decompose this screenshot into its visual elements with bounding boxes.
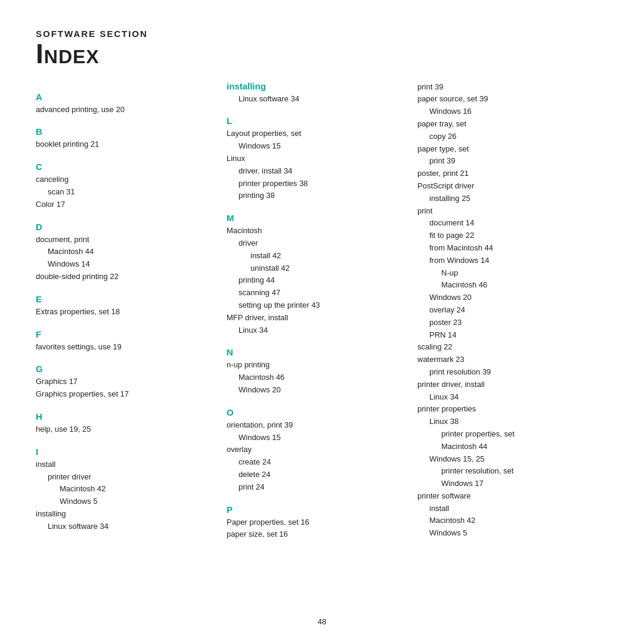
entry: overlay	[227, 444, 400, 456]
letter-f: F	[36, 329, 209, 339]
entry: Windows 5	[417, 527, 590, 540]
entry: document, print	[36, 234, 209, 246]
entry: print 24	[227, 481, 400, 494]
entry: fit to page 22	[417, 230, 590, 242]
entry: Macintosh 42	[417, 515, 590, 527]
page-title: Index	[36, 39, 608, 69]
entry: double-sided printing 22	[36, 271, 209, 283]
entry: overlay 24	[417, 304, 590, 317]
entry: printing 44	[227, 274, 400, 287]
column-2: installing Linux software 34 L Layout pr…	[227, 81, 417, 541]
letter-c: C	[36, 162, 209, 172]
entry: Macintosh 44	[417, 441, 590, 453]
entry: canceling	[36, 174, 209, 186]
entry: printer properties, set	[417, 428, 590, 441]
entry: booklet printing 21	[36, 138, 209, 151]
entry: n-up printing	[227, 359, 400, 371]
entry: Macintosh	[227, 225, 400, 237]
entry: Windows 14	[36, 258, 209, 271]
entry: Macintosh 44	[36, 246, 209, 258]
entry: Paper properties, set 16	[227, 516, 400, 529]
letter-i: I	[36, 447, 209, 457]
entry: printer driver, install	[417, 379, 590, 391]
entry: print 39	[417, 81, 590, 94]
entry: install	[417, 503, 590, 515]
entry: printer driver	[36, 471, 209, 484]
entry: Windows 15	[227, 140, 400, 153]
entry: print 39	[417, 155, 590, 168]
entry: Windows 16	[417, 106, 590, 118]
column-3: print 39 paper source, set 39 Windows 16…	[417, 81, 608, 541]
entry: Linux software 34	[36, 521, 209, 533]
entry: Extras properties, set 18	[36, 306, 209, 318]
letter-a: A	[36, 92, 209, 102]
entry: create 24	[227, 456, 400, 469]
entry: Linux 38	[417, 416, 590, 428]
column-1: A advanced printing, use 20 B booklet pr…	[36, 81, 227, 541]
entry: orientation, print 39	[227, 419, 400, 432]
entry: from Macintosh 44	[417, 242, 590, 255]
letter-p: P	[227, 504, 400, 515]
letter-d: D	[36, 222, 209, 232]
entry: Linux 34	[417, 391, 590, 404]
entry: Windows 20	[417, 292, 590, 304]
entry: installing	[36, 508, 209, 521]
letter-e: E	[36, 294, 209, 304]
letter-o: O	[227, 407, 400, 417]
entry: paper tray, set	[417, 118, 590, 131]
page: Software section Index A advanced printi…	[0, 0, 644, 644]
entry: setting up the printer 43	[227, 299, 400, 312]
entry: document 14	[417, 217, 590, 230]
entry: delete 24	[227, 469, 400, 481]
entry: driver, install 34	[227, 165, 400, 178]
entry: printer properties 38	[227, 178, 400, 190]
entry: Macintosh 46	[227, 371, 400, 384]
entry: installing 25	[417, 193, 590, 205]
entry: Linux	[227, 153, 400, 165]
entry: print resolution 39	[417, 366, 590, 379]
entry: printing 38	[227, 190, 400, 202]
entry: Windows 17	[417, 478, 590, 490]
letter-m: M	[227, 213, 400, 223]
entry: Linux software 34	[227, 93, 400, 106]
entry: uninstall 42	[227, 262, 400, 275]
entry: scanning 47	[227, 287, 400, 299]
entry: favorites settings, use 19	[36, 341, 209, 354]
section-label: Software section	[36, 29, 608, 39]
entry: copy 26	[417, 131, 590, 143]
entry: PostScript driver	[417, 180, 590, 193]
entry: printer resolution, set	[417, 465, 590, 478]
entry: paper size, set 16	[227, 528, 400, 541]
entry: print	[417, 205, 590, 218]
entry: from Windows 14	[417, 255, 590, 267]
entry: Windows 20	[227, 384, 400, 397]
entry: printer software	[417, 490, 590, 503]
entry: Windows 5	[36, 496, 209, 508]
entry: Linux 34	[227, 324, 400, 337]
entry: paper source, set 39	[417, 93, 590, 106]
entry: Macintosh 46	[417, 279, 590, 292]
entry: driver	[227, 237, 400, 250]
page-number: 48	[0, 617, 644, 626]
entry: paper type, set	[417, 143, 590, 156]
entry: Windows 15, 25	[417, 453, 590, 466]
letter-h: H	[36, 411, 209, 422]
entry: Graphics 17	[36, 376, 209, 388]
letter-l: L	[227, 116, 400, 126]
entry: N-up	[417, 267, 590, 280]
entry: printer properties	[417, 403, 590, 416]
entry: poster 23	[417, 317, 590, 329]
entry: MFP driver, install	[227, 312, 400, 324]
letter-b: B	[36, 126, 209, 137]
entry: watermark 23	[417, 354, 590, 366]
entry: Macintosh 42	[36, 483, 209, 496]
entry: Layout properties, set	[227, 128, 400, 140]
entry: Windows 15	[227, 432, 400, 444]
letter-l-head: installing	[227, 81, 400, 91]
letter-g: G	[36, 364, 209, 374]
entry: install 42	[227, 250, 400, 262]
entry: PRN 14	[417, 329, 590, 342]
letter-n: N	[227, 347, 400, 357]
entry: Color 17	[36, 199, 209, 211]
entry: Graphics properties, set 17	[36, 388, 209, 401]
